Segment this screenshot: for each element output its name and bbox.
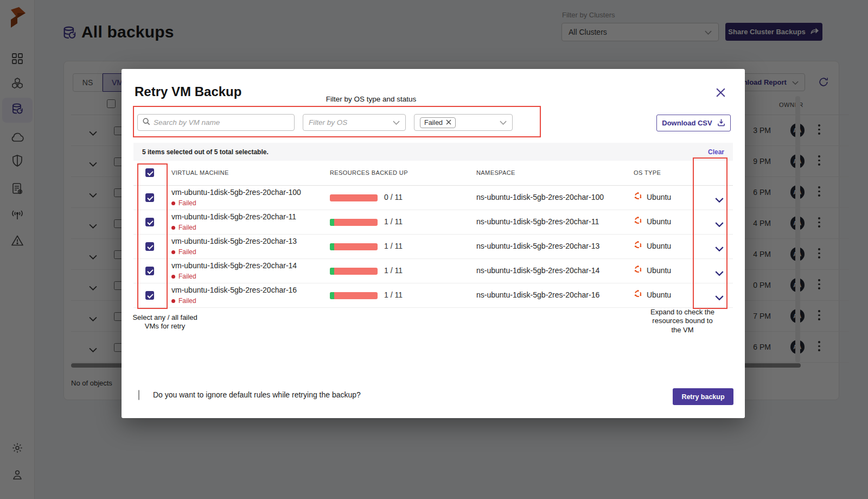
namespace: ns-ubuntu-1disk-5gb-2res-20char-16 [476, 290, 599, 299]
status-filter-select[interactable]: Failed [414, 114, 513, 131]
backup-progress-bar [330, 194, 378, 201]
select-all-checkbox[interactable] [145, 168, 154, 177]
column-header-virtual-machine: VIRTUAL MACHINE [171, 169, 229, 176]
expand-annotation-text: Expand to check the resources bound to t… [647, 308, 718, 334]
download-icon [717, 118, 725, 128]
backup-progress-count: 1 / 11 [384, 290, 403, 299]
vm-row: vm-ubuntu-1disk-5gb-2res-20char-100 Fail… [133, 186, 733, 210]
search-icon [142, 117, 150, 128]
os-type: Ubuntu [634, 216, 671, 226]
ubuntu-icon [634, 216, 642, 226]
ignore-rules-label: Do you want to ignore default rules whil… [153, 390, 361, 399]
row-checkbox[interactable] [145, 242, 154, 251]
status-chip: Failed [420, 117, 456, 128]
column-header-namespace: NAMESPACE [476, 169, 515, 176]
status-badge: Failed [171, 297, 196, 305]
status-badge: Failed [171, 199, 196, 207]
os-type: Ubuntu [634, 241, 671, 251]
modal-table-header: VIRTUAL MACHINE RESOURCES BACKED UP NAME… [133, 161, 733, 186]
retry-vm-backup-modal: Retry VM Backup Filter by OS type and st… [122, 69, 745, 418]
backup-progress-bar [330, 268, 378, 275]
row-checkbox[interactable] [145, 193, 154, 202]
download-csv-label: Download CSV [662, 119, 712, 127]
ignore-rules-checkbox[interactable] [138, 390, 139, 400]
status-chip-label: Failed [424, 119, 443, 127]
failed-dot-icon [171, 201, 175, 205]
chevron-down-icon [500, 118, 507, 127]
row-checkbox[interactable] [145, 218, 154, 226]
close-icon[interactable] [715, 87, 726, 100]
os-type: Ubuntu [634, 192, 671, 202]
backup-progress-bar [330, 243, 378, 250]
failed-dot-icon [171, 299, 175, 303]
namespace: ns-ubuntu-1disk-5gb-2res-20char-11 [476, 217, 599, 226]
namespace: ns-ubuntu-1disk-5gb-2res-20char-13 [476, 242, 599, 250]
ubuntu-icon [634, 289, 642, 300]
download-csv-button[interactable]: Download CSV [656, 115, 731, 131]
status-badge: Failed [171, 248, 196, 256]
os-filter-placeholder: Filter by OS [309, 118, 347, 127]
modal-title: Retry VM Backup [135, 84, 241, 99]
status-badge: Failed [171, 224, 196, 231]
failed-dot-icon [171, 250, 175, 254]
status-badge: Failed [171, 273, 196, 280]
backup-progress-count: 1 / 11 [384, 266, 403, 275]
backup-progress-count: 1 / 11 [384, 242, 403, 250]
backup-progress-bar [330, 219, 378, 226]
os-type: Ubuntu [634, 289, 671, 300]
ubuntu-icon [634, 192, 642, 202]
clear-selection-link[interactable]: Clear [708, 148, 724, 156]
row-checkbox[interactable] [145, 291, 154, 300]
expand-chevron-icon[interactable] [715, 195, 724, 205]
vm-name: vm-ubuntu-1disk-5gb-2res-20char-13 [171, 237, 297, 245]
selection-summary-bar: 5 items selected out of 5 total selectab… [133, 143, 733, 161]
os-type: Ubuntu [634, 265, 671, 275]
failed-dot-icon [171, 226, 175, 230]
chevron-down-icon [393, 118, 400, 127]
filter-annotation-text: Filter by OS type and status [314, 95, 428, 103]
vm-name: vm-ubuntu-1disk-5gb-2res-20char-16 [171, 286, 297, 294]
ubuntu-icon [634, 241, 642, 251]
column-header-resources: RESOURCES BACKED UP [330, 169, 408, 176]
vm-name: vm-ubuntu-1disk-5gb-2res-20char-14 [171, 261, 297, 270]
row-checkbox[interactable] [145, 267, 154, 275]
namespace: ns-ubuntu-1disk-5gb-2res-20char-14 [476, 266, 599, 275]
os-filter-select[interactable]: Filter by OS [303, 114, 406, 131]
select-annotation-text: Select any / all failed VMs for retry [129, 313, 201, 331]
expand-chevron-icon[interactable] [715, 219, 724, 229]
vm-name: vm-ubuntu-1disk-5gb-2res-20char-11 [171, 212, 296, 221]
vm-search-box[interactable] [137, 114, 295, 131]
namespace: ns-ubuntu-1disk-5gb-2res-20char-100 [476, 193, 604, 201]
vm-row: vm-ubuntu-1disk-5gb-2res-20char-14 Faile… [133, 259, 733, 283]
expand-chevron-icon[interactable] [715, 244, 724, 254]
vm-row: vm-ubuntu-1disk-5gb-2res-20char-11 Faile… [133, 210, 733, 235]
expand-chevron-icon[interactable] [715, 293, 724, 302]
retry-backup-button[interactable]: Retry backup [673, 388, 733, 405]
vm-name: vm-ubuntu-1disk-5gb-2res-20char-100 [171, 188, 301, 197]
vm-row: vm-ubuntu-1disk-5gb-2res-20char-13 Faile… [133, 235, 733, 259]
vm-row: vm-ubuntu-1disk-5gb-2res-20char-16 Faile… [133, 283, 733, 308]
expand-chevron-icon[interactable] [715, 268, 724, 278]
chip-remove-icon[interactable] [446, 119, 451, 127]
failed-dot-icon [171, 275, 175, 279]
ubuntu-icon [634, 265, 642, 275]
selection-summary-text: 5 items selected out of 5 total selectab… [142, 148, 269, 156]
backup-progress-bar [330, 292, 378, 299]
backup-progress-count: 1 / 11 [384, 217, 403, 226]
column-header-os-type: OS TYPE [634, 169, 661, 176]
backup-progress-count: 0 / 11 [384, 193, 403, 201]
search-input[interactable] [154, 118, 290, 127]
